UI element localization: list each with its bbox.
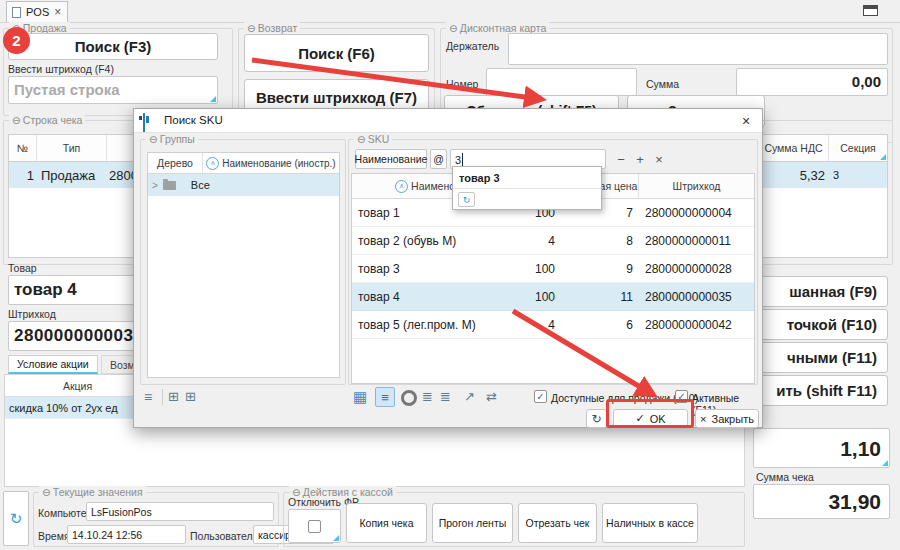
receipt-col-type[interactable]: Тип: [37, 135, 107, 161]
receipt-row-type: Продажа: [37, 162, 107, 188]
filters-toggle-icon[interactable]: ≡: [375, 387, 395, 407]
name-filter-button[interactable]: Наименование: [355, 149, 427, 169]
card-sum-input[interactable]: 0,00: [736, 68, 888, 96]
groups-tree-table: Дерево ∧Наименование (иностр.) > Все: [147, 152, 340, 378]
receipt-col-num[interactable]: №: [9, 135, 37, 161]
item-label: Товар: [8, 262, 37, 274]
card-holder-input[interactable]: [508, 33, 888, 65]
cycle-icon[interactable]: ⇄: [486, 390, 497, 403]
maximize-icon[interactable]: [863, 5, 878, 16]
tab-close-icon[interactable]: ×: [54, 5, 61, 19]
receipt-col-section[interactable]: Секция: [829, 135, 887, 161]
return-search-button[interactable]: Поиск (F6): [244, 34, 429, 72]
tree-column-header[interactable]: Дерево: [148, 153, 203, 173]
change-field[interactable]: 1,10: [753, 428, 890, 468]
tree-name-column-header[interactable]: ∧Наименование (иностр.): [203, 153, 339, 173]
suggest-refresh-button[interactable]: ↻: [458, 192, 475, 207]
card-number-label: Номер: [446, 78, 478, 90]
groups-panel-label: Группы: [160, 133, 195, 146]
dialog-title: Поиск SKU: [164, 114, 223, 126]
step-badge: 2: [3, 27, 30, 54]
clear-filters-icon[interactable]: ≡: [144, 390, 152, 404]
sale-barcode-placeholder: Пустая строка: [9, 77, 217, 98]
expand-icon[interactable]: >: [152, 180, 158, 191]
refresh-icon: ↻: [591, 412, 601, 426]
copy-receipt-button[interactable]: Копия чека: [346, 503, 427, 543]
disable-fr-checkbox[interactable]: [308, 520, 321, 533]
feed-tape-button[interactable]: Прогон ленты: [432, 503, 513, 543]
sku-col-barcode[interactable]: Штрихкод: [639, 174, 754, 198]
time-value: 14.10.24 12:56: [68, 526, 185, 541]
promo-column-header[interactable]: Акция: [5, 375, 151, 396]
cut-receipt-button[interactable]: Отрезать чек: [518, 503, 597, 543]
receipt-row-num: 1: [9, 162, 37, 188]
time-field[interactable]: 14.10.24 12:56: [67, 525, 186, 544]
dialog-close-button[interactable]: ×Закрыть: [695, 409, 759, 428]
add-filter-icon[interactable]: +: [632, 149, 648, 169]
toolbar-separator: [162, 389, 163, 405]
sku-panel-label: SKU: [368, 133, 390, 146]
gear-icon[interactable]: [401, 390, 417, 406]
disable-fr-box[interactable]: [288, 509, 341, 543]
receipt-sum-value: 31,90: [754, 485, 889, 514]
receipt-sum-field[interactable]: 31,90: [753, 484, 890, 519]
collapse-icon[interactable]: ⊖: [149, 133, 158, 146]
open-in-window-icon[interactable]: ↗: [464, 390, 475, 403]
collapse-icon[interactable]: ⊖: [42, 486, 51, 499]
tab-pos[interactable]: POS ×: [6, 1, 68, 22]
computer-label: Компьютер: [38, 507, 92, 519]
document-icon: [12, 7, 21, 18]
expand-all-icon[interactable]: ⊞: [185, 390, 196, 403]
change-value: 1,10: [754, 429, 889, 461]
computer-field[interactable]: LsFusionPos: [86, 502, 274, 521]
collapse-icon[interactable]: ⊖: [357, 133, 366, 146]
at-filter-button[interactable]: @: [430, 149, 447, 169]
receipt-col-vat[interactable]: Сумма НДС: [759, 135, 829, 161]
dialog-close-icon[interactable]: ×: [736, 111, 756, 130]
group-change-icon[interactable]: ≣: [422, 390, 433, 403]
sku-row[interactable]: товар 3 100 9 2800000000028: [352, 255, 754, 283]
receipt-sum-label: Сумма чека: [756, 471, 814, 483]
collapse-icon[interactable]: ⊖: [449, 22, 458, 35]
sale-barcode-label: Ввести штрихкод (F4): [8, 63, 114, 75]
grid-settings-icon[interactable]: ▦: [353, 389, 367, 404]
refresh-icon: ↻: [463, 195, 471, 205]
group-report-icon[interactable]: ≣: [440, 390, 451, 403]
receipt-row-vat: 5,32: [759, 162, 829, 188]
sku-row[interactable]: товар 2 (обувь М) 4 8 2800000000011: [352, 227, 754, 255]
tab-promo-conditions[interactable]: Условие акции: [8, 355, 98, 374]
tab-label: POS: [26, 6, 49, 18]
suggest-item[interactable]: товар 3: [453, 167, 601, 189]
text-caret: [462, 153, 463, 166]
sort-asc-icon: ∧: [206, 157, 219, 170]
receipt-group-label: Строка чека: [23, 114, 83, 127]
refresh-button[interactable]: ↻: [3, 491, 29, 546]
filter-value: 3: [455, 154, 461, 166]
close-x-icon: ×: [700, 413, 706, 425]
clear-filter-icon[interactable]: ×: [651, 149, 667, 169]
tree-root-row[interactable]: > Все: [148, 174, 339, 196]
dialog-refresh-button[interactable]: ↻: [586, 409, 607, 428]
sku-row-selected[interactable]: товар 4 100 11 2800000000035: [352, 283, 754, 311]
refresh-icon: ↻: [10, 510, 23, 528]
remove-filter-icon[interactable]: −: [613, 149, 629, 169]
cash-in-drawer-button[interactable]: Наличных в кассе: [602, 503, 698, 543]
dialog-titlebar[interactable]: Поиск SKU ×: [134, 109, 762, 133]
card-holder-label: Держатель: [446, 40, 499, 52]
sale-barcode-input[interactable]: Пустая строка: [8, 76, 218, 104]
sale-search-button[interactable]: Поиск (F3): [8, 33, 218, 60]
tab-bar: [0, 0, 900, 23]
collapse-icon[interactable]: ⊖: [12, 114, 21, 127]
expand-node-icon[interactable]: ⊞: [168, 390, 179, 403]
card-sum-label: Сумма: [646, 78, 679, 90]
current-group-label: Текущие значения: [53, 486, 143, 499]
app-logo-icon: [143, 113, 145, 132]
card-number-input[interactable]: [486, 68, 637, 96]
available-checkbox[interactable]: ✓: [534, 390, 547, 403]
item-barcode-label: Штрихкод: [8, 308, 56, 320]
sort-asc-icon: ∧: [395, 180, 408, 193]
sku-search-dialog: Поиск SKU × ⊖Группы Дерево ∧Наименование…: [133, 108, 763, 428]
sku-row[interactable]: товар 5 (лег.пром. М) 4 6 2800000000042: [352, 311, 754, 339]
card-sum-value: 0,00: [737, 69, 887, 90]
time-label: Время: [38, 530, 70, 542]
